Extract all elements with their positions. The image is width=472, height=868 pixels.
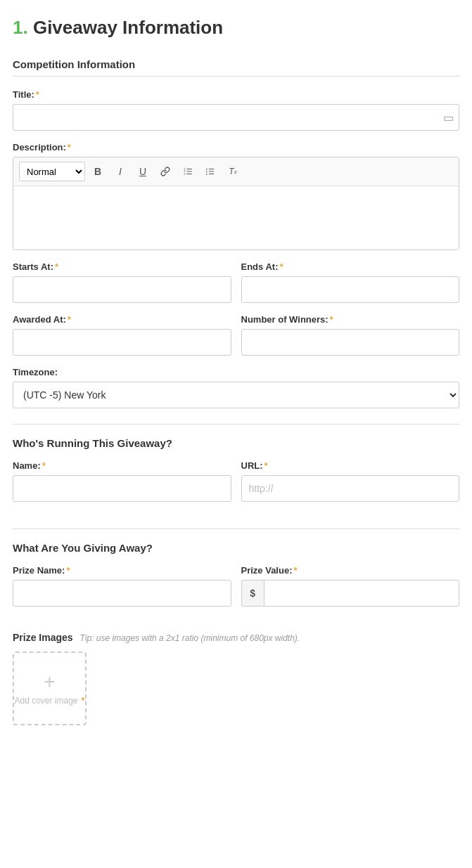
title-input[interactable] xyxy=(13,104,459,131)
prize-value-input[interactable] xyxy=(264,580,459,607)
add-cover-image-button[interactable]: + Add cover image * xyxy=(13,652,87,725)
link-button[interactable] xyxy=(155,162,175,181)
starts-at-input[interactable]: 05/01/2018 09:33 xyxy=(13,276,231,303)
url-label: URL:* xyxy=(241,460,460,471)
italic-button[interactable]: I xyxy=(110,162,130,181)
section-divider-2 xyxy=(13,529,459,529)
starts-at-field: Starts At:* 05/01/2018 09:33 xyxy=(13,261,231,303)
awarded-at-field: Awarded At:* 05/09/2018 09:33 xyxy=(13,314,231,356)
prize-value-field: Prize Value:* $ xyxy=(241,565,460,607)
starts-ends-row: Starts At:* 05/01/2018 09:33 Ends At:* 0… xyxy=(13,261,459,314)
prize-images-label: Prize Images xyxy=(13,632,73,643)
url-field: URL:* xyxy=(241,460,460,502)
bold-button[interactable]: B xyxy=(88,162,108,181)
name-url-row: Name:* URL:* xyxy=(13,460,459,513)
prize-name-input[interactable] xyxy=(13,580,231,607)
description-field-group: Description:* NormalHeading 1Heading 2He… xyxy=(13,142,459,250)
format-select[interactable]: NormalHeading 1Heading 2Heading 3 xyxy=(19,162,85,181)
clear-format-button[interactable]: Tx xyxy=(223,162,243,181)
description-editor: NormalHeading 1Heading 2Heading 3 B I U … xyxy=(13,157,459,250)
num-winners-input[interactable]: 1 xyxy=(241,329,460,356)
name-field: Name:* xyxy=(13,460,231,502)
ends-at-label: Ends At:* xyxy=(241,261,460,272)
url-input[interactable] xyxy=(241,475,460,502)
title-field-group: Title:* ▭ xyxy=(13,89,459,131)
unordered-list-button[interactable] xyxy=(200,162,220,181)
editor-toolbar: NormalHeading 1Heading 2Heading 3 B I U … xyxy=(13,157,459,186)
prize-images-header: Prize Images Tip: use images with a 2x1 … xyxy=(13,632,459,643)
underline-button[interactable]: U xyxy=(133,162,153,181)
dollar-prefix: $ xyxy=(241,580,264,607)
timezone-label: Timezone: xyxy=(13,367,459,377)
timezone-field: Timezone: (UTC -12) International Date L… xyxy=(13,367,459,408)
prize-images-section: Prize Images Tip: use images with a 2x1 … xyxy=(13,632,459,725)
page-title: 1. Giveaway Information xyxy=(13,17,459,39)
num-winners-field: Number of Winners:* 1 xyxy=(241,314,460,356)
awarded-winners-row: Awarded At:* 05/09/2018 09:33 Number of … xyxy=(13,314,459,367)
expand-icon: ▭ xyxy=(443,111,454,124)
ordered-list-button[interactable]: 1 2 3 xyxy=(178,162,198,181)
name-label: Name:* xyxy=(13,460,231,471)
starts-at-label: Starts At:* xyxy=(13,261,231,272)
svg-point-9 xyxy=(206,169,208,170)
awarded-at-input[interactable]: 05/09/2018 09:33 xyxy=(13,329,231,356)
name-input[interactable] xyxy=(13,475,231,502)
section-divider-1 xyxy=(13,424,459,425)
description-label: Description:* xyxy=(13,142,459,153)
awarded-at-label: Awarded At:* xyxy=(13,314,231,325)
title-input-wrapper: ▭ xyxy=(13,104,459,131)
prize-value-label: Prize Value:* xyxy=(241,565,460,576)
prize-name-label: Prize Name:* xyxy=(13,565,231,576)
prize-images-tip: Tip: use images with a 2x1 ratio (minimu… xyxy=(80,633,300,643)
num-winners-label: Number of Winners:* xyxy=(241,314,460,325)
svg-point-10 xyxy=(206,171,208,172)
description-required-star: * xyxy=(68,142,71,153)
ends-at-input[interactable]: 05/08/2018 09:33 xyxy=(241,276,460,303)
prize-name-field: Prize Name:* xyxy=(13,565,231,607)
what-giving-header: What Are You Giving Away? xyxy=(13,542,459,554)
svg-point-11 xyxy=(206,174,208,175)
plus-icon: + xyxy=(44,672,55,692)
timezone-select[interactable]: (UTC -12) International Date Line West(U… xyxy=(13,382,459,408)
competition-info-header: Competition Information xyxy=(13,58,459,77)
description-content[interactable] xyxy=(13,186,459,250)
svg-text:3: 3 xyxy=(184,172,186,176)
prize-value-wrapper: $ xyxy=(241,580,460,607)
ends-at-field: Ends At:* 05/08/2018 09:33 xyxy=(241,261,460,303)
title-required-star: * xyxy=(36,89,39,100)
title-label: Title:* xyxy=(13,89,459,100)
prize-row: Prize Name:* Prize Value:* $ xyxy=(13,565,459,618)
add-cover-label: Add cover image * xyxy=(14,696,84,706)
who-running-header: Who's Running This Giveaway? xyxy=(13,437,459,449)
